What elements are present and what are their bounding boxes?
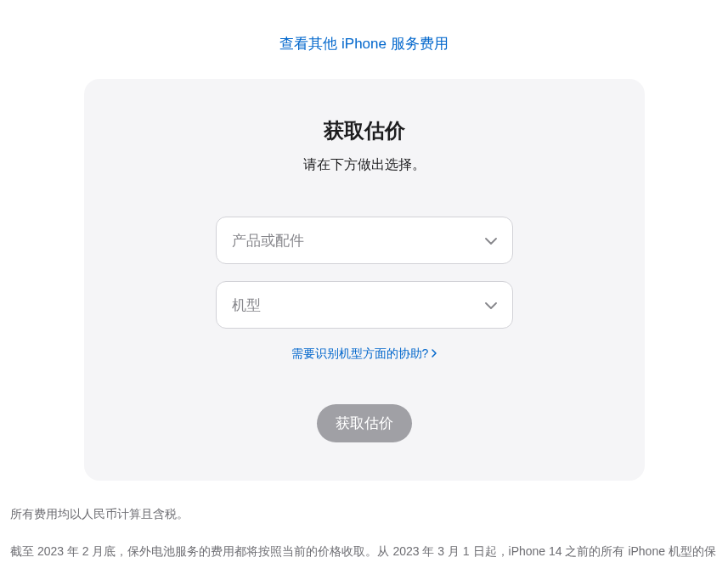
chevron-right-icon bbox=[432, 349, 437, 359]
top-link-container: 查看其他 iPhone 服务费用 bbox=[8, 34, 720, 53]
chevron-down-icon bbox=[485, 296, 497, 313]
identify-model-help-link[interactable]: 需要识别机型方面的协助? bbox=[291, 346, 437, 362]
footnotes-section: 所有费用均以人民币计算且含税。 截至 2023 年 2 月底，保外电池服务的费用… bbox=[8, 504, 720, 563]
footnote-text-before: 截至 2023 年 2 月底，保外电池服务的费用都将按照当前的价格收取。从 20… bbox=[10, 544, 716, 563]
product-select-placeholder: 产品或配件 bbox=[232, 231, 304, 251]
footnote-price-notice: 截至 2023 年 2 月底，保外电池服务的费用都将按照当前的价格收取。从 20… bbox=[10, 542, 718, 563]
get-estimate-button[interactable]: 获取估价 bbox=[317, 404, 412, 442]
other-services-link[interactable]: 查看其他 iPhone 服务费用 bbox=[279, 36, 448, 52]
card-title: 获取估价 bbox=[118, 117, 611, 144]
estimate-card: 获取估价 请在下方做出选择。 产品或配件 机型 bbox=[84, 79, 645, 481]
card-subtitle: 请在下方做出选择。 bbox=[118, 156, 611, 174]
help-link-container: 需要识别机型方面的协助? bbox=[118, 346, 611, 362]
product-select-wrapper: 产品或配件 bbox=[216, 217, 513, 264]
footnote-currency: 所有费用均以人民币计算且含税。 bbox=[10, 504, 718, 525]
model-select[interactable]: 机型 bbox=[216, 281, 513, 329]
model-select-placeholder: 机型 bbox=[232, 296, 261, 315]
product-select[interactable]: 产品或配件 bbox=[216, 217, 513, 264]
chevron-down-icon bbox=[485, 232, 497, 249]
model-select-wrapper: 机型 bbox=[216, 281, 513, 329]
page-container: 查看其他 iPhone 服务费用 获取估价 请在下方做出选择。 产品或配件 机型 bbox=[0, 34, 728, 563]
help-link-text: 需要识别机型方面的协助? bbox=[291, 346, 429, 362]
